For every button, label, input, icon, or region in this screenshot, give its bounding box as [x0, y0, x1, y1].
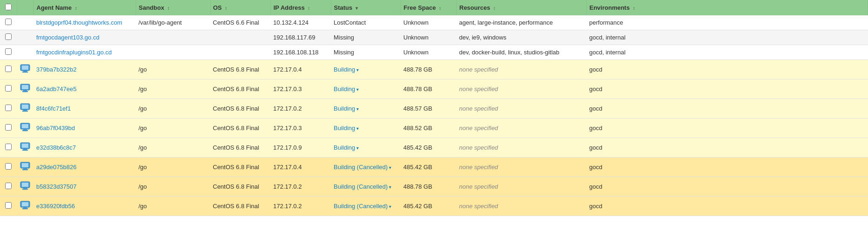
table-row: 8f4c6fc71ef1/goCentOS 6.8 Final172.17.0.…	[0, 99, 868, 118]
row-checkbox-cell	[0, 15, 17, 30]
row-select-checkbox[interactable]	[5, 183, 12, 189]
agent-name-link[interactable]: 96ab7f0439bd	[36, 125, 75, 132]
row-select-checkbox[interactable]	[5, 144, 12, 150]
row-select-checkbox[interactable]	[5, 33, 12, 40]
status-badge[interactable]: Building (Cancelled)	[334, 164, 391, 171]
row-select-checkbox[interactable]	[5, 202, 12, 209]
agent-name-link[interactable]: fmtgocdagent103.go.cd	[36, 34, 99, 41]
table-row: a29de075b826/goCentOS 6.8 Final172.17.0.…	[0, 158, 868, 177]
row-select-checkbox[interactable]	[5, 48, 12, 55]
svg-rect-17	[22, 144, 28, 148]
row-checkbox-cell	[0, 177, 17, 197]
environments-cell: gocd	[586, 60, 868, 79]
agent-icon-cell	[17, 138, 33, 158]
row-select-checkbox[interactable]	[5, 124, 12, 131]
agent-name-link[interactable]: fmtgocdinfraplugins01.go.cd	[36, 49, 112, 56]
agent-name-link[interactable]: e32d38b6c8c7	[36, 144, 76, 151]
status-badge[interactable]: Building (Cancelled)	[334, 183, 391, 190]
row-select-checkbox[interactable]	[5, 66, 12, 72]
sandbox-cell: /go	[136, 138, 210, 158]
svg-rect-21	[22, 163, 28, 167]
free-space-cell: 488.78 GB	[401, 79, 456, 99]
resources-value: none specified	[459, 86, 498, 92]
agent-name-link[interactable]: blrstdgoprf04.thoughtworks.com	[36, 19, 122, 26]
status-header[interactable]: Status ▾	[331, 0, 401, 15]
free-space-label: Free Space	[404, 4, 436, 11]
agent-icon-cell	[17, 79, 33, 99]
agent-icon-cell	[17, 99, 33, 118]
status-cell: Building	[331, 99, 401, 118]
row-select-checkbox[interactable]	[5, 19, 12, 25]
resources-cell: dev, docker-build, linux, studios-gitlab	[456, 45, 586, 60]
agent-name-cell: blrstdgoprf04.thoughtworks.com	[33, 15, 136, 30]
row-select-checkbox[interactable]	[5, 163, 12, 170]
os-cell: CentOS 6.8 Final	[210, 197, 270, 216]
svg-rect-15	[22, 130, 28, 131]
free-space-cell: 485.42 GB	[401, 158, 456, 177]
sandbox-cell	[136, 45, 210, 60]
ip-sort-icon: ↕	[308, 6, 310, 11]
select-all-checkbox[interactable]	[5, 4, 12, 10]
resources-cell: none specified	[456, 158, 586, 177]
svg-rect-6	[23, 90, 27, 91]
ip-label: IP Address	[274, 4, 305, 11]
row-select-checkbox[interactable]	[5, 85, 12, 92]
os-cell	[210, 45, 270, 60]
agent-name-link[interactable]: 8f4c6fc71ef1	[36, 105, 71, 112]
resources-header[interactable]: Resources ↕	[456, 0, 586, 15]
status-badge[interactable]: Building (Cancelled)	[334, 203, 391, 210]
row-checkbox-cell	[0, 60, 17, 79]
agent-icon-cell	[17, 60, 33, 79]
agent-name-link[interactable]: 6a2adb747ee5	[36, 86, 77, 92]
agent-name-link[interactable]: 379ba7b322b2	[36, 66, 77, 73]
agent-name-header[interactable]: Agent Name ↕	[33, 0, 136, 15]
status-badge[interactable]: Building	[334, 66, 359, 73]
resources-value: none specified	[459, 203, 498, 210]
status-badge[interactable]: Building	[334, 125, 359, 132]
status-cell: Building (Cancelled)	[331, 177, 401, 197]
status-badge[interactable]: Building	[334, 144, 359, 151]
svg-rect-26	[23, 188, 27, 189]
free-space-header[interactable]: Free Space ↕	[401, 0, 456, 15]
agent-icon	[20, 200, 31, 211]
table-row: e32d38b6c8c7/goCentOS 6.8 Final172.17.0.…	[0, 138, 868, 158]
ip-cell: 172.17.0.4	[270, 158, 331, 177]
resources-value: none specified	[459, 66, 498, 73]
ip-cell: 172.17.0.2	[270, 197, 331, 216]
resources-cell: none specified	[456, 138, 586, 158]
agent-name-link[interactable]: e336920fdb56	[36, 203, 75, 210]
os-header[interactable]: OS ↕	[210, 0, 270, 15]
row-select-checkbox[interactable]	[5, 105, 12, 111]
agent-icon	[20, 141, 31, 152]
svg-rect-27	[22, 189, 28, 190]
resources-value: none specified	[459, 164, 498, 171]
agent-icon	[20, 102, 31, 113]
select-all-header[interactable]	[0, 0, 17, 15]
ip-header[interactable]: IP Address ↕	[270, 0, 331, 15]
table-row: blrstdgoprf04.thoughtworks.com/var/lib/g…	[0, 15, 868, 30]
resources-cell: agent, large-instance, performance	[456, 15, 586, 30]
sandbox-cell: /var/lib/go-agent	[136, 15, 210, 30]
agent-icon-cell	[17, 158, 33, 177]
environments-label: Environments	[590, 4, 630, 11]
status-badge[interactable]: Building	[334, 105, 359, 112]
sandbox-label: Sandbox	[139, 4, 164, 11]
resources-label: Resources	[460, 4, 490, 11]
environments-cell: gocd	[586, 99, 868, 118]
sandbox-cell: /go	[136, 60, 210, 79]
sandbox-header[interactable]: Sandbox ↕	[136, 0, 210, 15]
environments-cell: gocd, internal	[586, 30, 868, 45]
table-row: fmtgocdagent103.go.cd192.168.117.69Missi…	[0, 30, 868, 45]
environments-cell: gocd, internal	[586, 45, 868, 60]
agent-name-cell: e32d38b6c8c7	[33, 138, 136, 158]
agent-name-cell: 379ba7b322b2	[33, 60, 136, 79]
status-badge[interactable]: Building	[334, 86, 359, 92]
resources-value: none specified	[459, 183, 498, 190]
agent-name-link[interactable]: a29de075b826	[36, 164, 77, 171]
svg-rect-3	[22, 72, 28, 72]
resources-sort-icon: ↕	[493, 6, 496, 11]
environments-header[interactable]: Environments ↕	[586, 0, 868, 15]
status-label: Status	[334, 4, 353, 11]
table-row: b58323d37507/goCentOS 6.8 Final172.17.0.…	[0, 177, 868, 197]
agent-name-link[interactable]: b58323d37507	[36, 183, 77, 190]
